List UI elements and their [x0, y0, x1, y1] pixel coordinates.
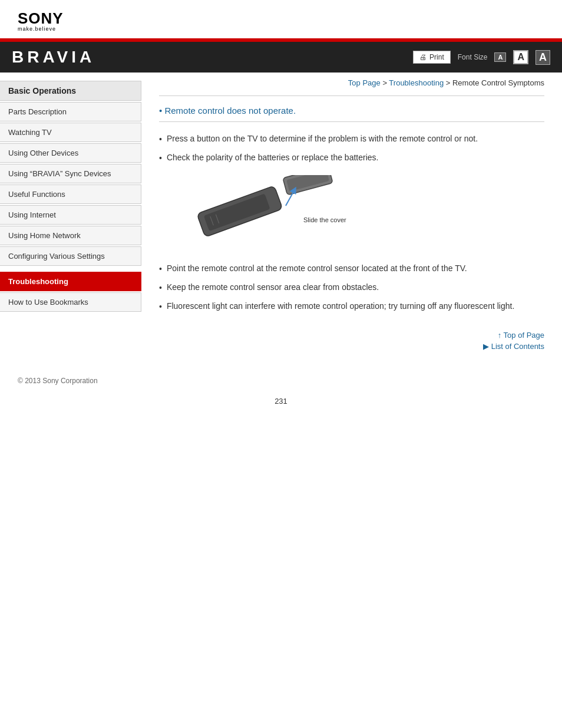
remote-illustration: Slide the cover to open. — [194, 175, 348, 252]
sony-brand: SONY — [18, 11, 64, 26]
top-of-page-link[interactable]: ↑ Top of Page — [159, 331, 544, 340]
sidebar-item-troubleshooting[interactable]: Troubleshooting — [0, 272, 141, 291]
header-controls: 🖨 Print Font Size A A A — [413, 50, 550, 65]
print-button[interactable]: 🖨 Print — [413, 51, 451, 64]
bullet-3-text: Point the remote control at the remote c… — [167, 262, 467, 275]
breadcrumb-troubleshooting[interactable]: Troubleshooting — [389, 78, 444, 87]
copyright-text: © 2013 Sony Corporation — [18, 377, 98, 385]
content-section: Press a button on the TV to determine if… — [159, 133, 544, 313]
list-of-contents-link[interactable]: ▶ List of Contents — [159, 342, 544, 351]
sidebar-item-parts-description[interactable]: Parts Description — [0, 102, 141, 121]
font-large-button[interactable]: A — [535, 50, 550, 65]
sidebar-item-watching-tv[interactable]: Watching TV — [0, 123, 141, 142]
page-number: 231 — [0, 391, 562, 423]
sidebar-item-bravia-sync[interactable]: Using “BRAVIA” Sync Devices — [0, 164, 141, 183]
sony-logo: SONY make.believe — [18, 11, 64, 32]
bullet-4-text: Keep the remote control sensor area clea… — [167, 281, 379, 294]
sidebar-item-how-to-use-bookmarks[interactable]: How to Use Bookmarks — [0, 292, 141, 312]
bullet-2: Check the polarity of the batteries or r… — [159, 151, 544, 164]
bottom-links: ↑ Top of Page ▶ List of Contents — [159, 331, 544, 351]
bullet-2-text: Check the polarity of the batteries or r… — [167, 151, 379, 164]
mid-divider — [159, 121, 544, 122]
font-medium-button[interactable]: A — [513, 50, 528, 64]
sidebar-divider — [0, 267, 141, 272]
sidebar-item-using-internet[interactable]: Using Internet — [0, 205, 141, 225]
bullet-1: Press a button on the TV to determine if… — [159, 133, 544, 146]
remote-image-area: Slide the cover to open. — [194, 175, 544, 252]
main-layout: Basic Operations Parts Description Watch… — [0, 73, 562, 365]
sidebar: Basic Operations Parts Description Watch… — [0, 73, 141, 365]
bullet-3: Point the remote control at the remote c… — [159, 262, 544, 275]
breadcrumb-sep1: > — [381, 78, 389, 87]
bullet-4: Keep the remote control sensor area clea… — [159, 281, 544, 294]
svg-text:Slide the cover to open.: Slide the cover to open. — [303, 216, 348, 223]
header-bar: BRAVIA 🖨 Print Font Size A A A — [0, 42, 562, 73]
bravia-title: BRAVIA — [12, 48, 95, 67]
footer: © 2013 Sony Corporation — [0, 365, 562, 391]
font-small-button[interactable]: A — [494, 52, 506, 62]
top-divider — [159, 95, 544, 96]
print-icon: 🖨 — [419, 53, 427, 61]
remote-link[interactable]: Remote control does not operate. — [159, 106, 544, 116]
bullet-5-text: Fluorescent light can interfere with rem… — [167, 300, 514, 312]
bullet-1-text: Press a button on the TV to determine if… — [167, 133, 478, 145]
breadcrumb: Top Page > Troubleshooting > Remote Cont… — [159, 78, 544, 87]
breadcrumb-top-page[interactable]: Top Page — [348, 78, 381, 87]
logo-area: SONY make.believe — [0, 0, 562, 38]
sidebar-section-basic-operations[interactable]: Basic Operations — [0, 81, 141, 101]
sidebar-item-using-home-network[interactable]: Using Home Network — [0, 226, 141, 245]
breadcrumb-current: Remote Control Symptoms — [452, 78, 544, 87]
sidebar-item-using-other-devices[interactable]: Using Other Devices — [0, 143, 141, 163]
sidebar-item-configuring-settings[interactable]: Configuring Various Settings — [0, 246, 141, 266]
sidebar-item-useful-functions[interactable]: Useful Functions — [0, 185, 141, 204]
print-label: Print — [429, 53, 444, 61]
font-size-label: Font Size — [458, 53, 488, 61]
breadcrumb-sep2: > — [444, 78, 452, 87]
bullet-5: Fluorescent light can interfere with rem… — [159, 300, 544, 313]
content-area: Top Page > Troubleshooting > Remote Cont… — [141, 73, 562, 365]
